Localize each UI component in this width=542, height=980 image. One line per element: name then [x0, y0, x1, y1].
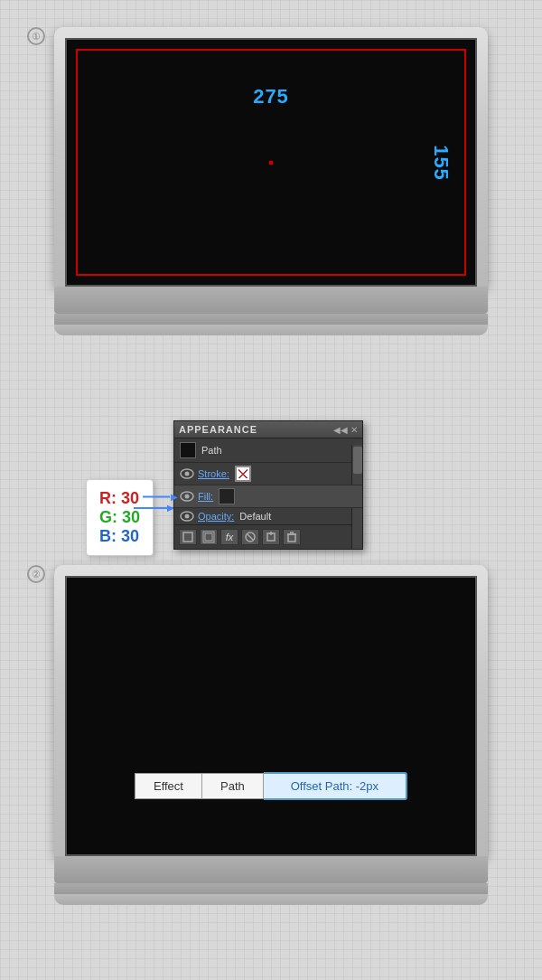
stroke-label[interactable]: Stroke: [198, 468, 229, 479]
screen-2: Effect Path Offset Path: -2px [65, 576, 477, 856]
offset-path-button[interactable]: Offset Path: -2px [264, 772, 407, 800]
panel-title: APPEARANCE [179, 424, 257, 435]
rgb-g-value: G: 30 [99, 508, 140, 527]
add-new-stroke-btn[interactable] [179, 529, 197, 545]
rgb-r-value: R: 30 [99, 489, 140, 508]
monitor-2-stand [54, 883, 488, 894]
opacity-visibility-icon[interactable] [180, 511, 194, 522]
arrow-connector: ▶ [134, 507, 173, 509]
dimension-height: 155 [429, 145, 453, 181]
path-button[interactable]: Path [202, 773, 264, 799]
rgb-b-value: B: 30 [99, 527, 140, 546]
fx-btn[interactable]: fx [220, 529, 238, 545]
monitor-2-base [54, 856, 488, 883]
svg-point-1 [185, 472, 190, 476]
opacity-value: Default [239, 511, 271, 522]
svg-rect-8 [205, 533, 212, 541]
panel-titlebar: APPEARANCE ◀◀ ✕ [174, 421, 362, 438]
panel-controls: ◀◀ ✕ [333, 425, 358, 435]
monitor-2-foot [54, 894, 488, 905]
fill-label[interactable]: Fill: [198, 491, 213, 502]
svg-line-10 [248, 534, 253, 540]
duplicate-btn[interactable] [262, 529, 280, 545]
path-label: Path [201, 445, 222, 456]
panel-path-row: Path [174, 438, 362, 463]
center-point [269, 160, 274, 165]
section-1-number: ① [27, 27, 45, 45]
delete-btn[interactable] [283, 529, 301, 545]
opacity-row: Opacity: Default [174, 508, 362, 524]
stroke-row: Stroke: [174, 463, 362, 485]
path-color-swatch [180, 442, 196, 458]
monitor-2: Effect Path Offset Path: -2px [54, 565, 488, 856]
stroke-visibility-icon[interactable] [180, 468, 194, 479]
monitor-1-foot [54, 325, 488, 335]
appearance-panel: APPEARANCE ◀◀ ✕ Path Stroke: ▶ Fill [173, 420, 363, 550]
fill-swatch[interactable] [219, 488, 235, 504]
monitor-1: 275 155 [54, 27, 488, 287]
add-fill-btn[interactable] [200, 529, 218, 545]
svg-rect-6 [183, 532, 192, 542]
fill-arrow: ▶ [143, 492, 178, 502]
screen-1: 275 155 [65, 38, 477, 287]
effect-button[interactable]: Effect [135, 773, 202, 799]
opacity-label[interactable]: Opacity: [198, 511, 234, 522]
panel-footer: fx [174, 524, 362, 549]
breadcrumb-bar: Effect Path Offset Path: -2px [135, 772, 407, 800]
clear-btn[interactable] [241, 529, 259, 545]
panel-close-btn[interactable]: ✕ [350, 425, 358, 435]
dimension-width: 275 [67, 85, 475, 108]
fill-visibility-icon[interactable] [180, 491, 194, 502]
panel-collapse-btn[interactable]: ◀◀ [333, 425, 348, 435]
monitor-1-base [54, 287, 488, 314]
fill-row: ▶ Fill: [174, 485, 362, 508]
monitor-1-stand [54, 314, 488, 325]
svg-point-5 [185, 514, 190, 519]
svg-rect-14 [288, 534, 295, 542]
stroke-swatch[interactable] [235, 466, 251, 482]
svg-point-3 [185, 495, 190, 499]
